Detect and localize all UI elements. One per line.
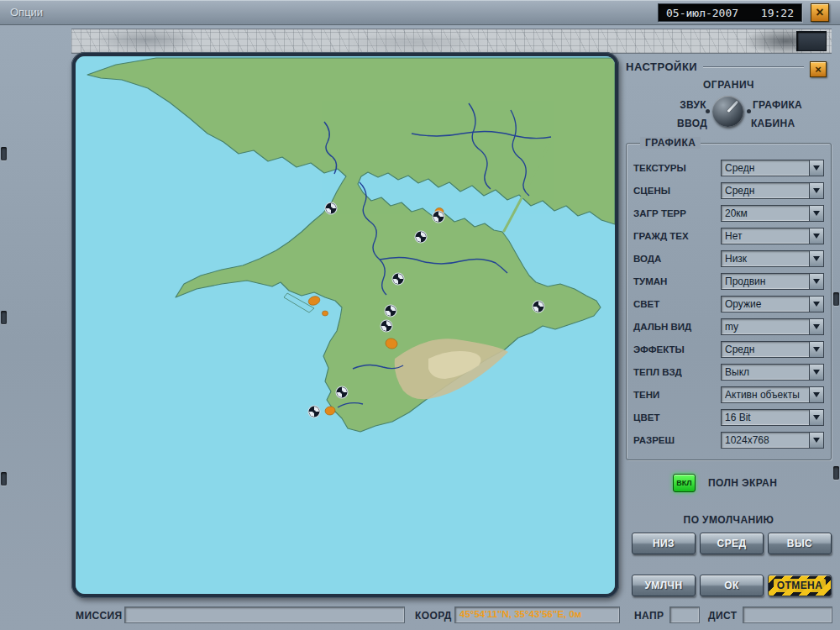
view-distance-dropdown[interactable]: my (721, 318, 824, 335)
graphics-row: СЦЕНЫ Средн (633, 179, 824, 202)
color-depth-dropdown[interactable]: 16 Bit (721, 409, 824, 426)
mission-field (124, 606, 405, 623)
graphics-row: ЦВЕТ 16 Bit (633, 406, 824, 428)
fog-dropdown[interactable]: Продвин (721, 273, 824, 290)
dropdown-arrow-button[interactable] (809, 410, 823, 425)
dropdown-arrow-button[interactable] (809, 365, 823, 380)
panel-clip (1, 311, 7, 324)
chevron-down-icon (813, 211, 820, 216)
airfield-marker[interactable] (381, 320, 392, 332)
distance-field (743, 606, 832, 623)
terrain-load-dropdown[interactable]: 20км (721, 205, 824, 222)
airfield-marker[interactable] (392, 273, 404, 285)
knob-label-sound[interactable]: ЗВУК (626, 99, 706, 111)
settings-header: НАСТРОЙКИ (626, 60, 804, 73)
ok-button[interactable]: ОК (700, 575, 764, 596)
dropdown-arrow-button[interactable] (809, 183, 823, 198)
settings-close-button[interactable]: × (810, 61, 827, 77)
distance-label: ДИСТ (708, 610, 737, 622)
groupbox-legend: ГРАФИКА (640, 137, 701, 149)
dropdown-value: 1024x768 (722, 433, 809, 448)
dropdown-arrow-button[interactable] (809, 387, 823, 402)
defaults-high-button[interactable]: ВЫС (768, 533, 832, 554)
defaults-label: ПО УМОЛЧАНИЮ (626, 514, 832, 526)
knob-title: ОГРАНИЧ (626, 79, 832, 91)
airfield-marker[interactable] (533, 301, 544, 312)
dropdown-arrow-button[interactable] (809, 342, 823, 357)
dropdown-value: Активн объекты (722, 387, 809, 402)
row-label: ТЕНИ (633, 390, 721, 400)
graphics-row: ТЕПЛ ВЗД Выкл (633, 360, 824, 383)
row-label: СВЕТ (633, 299, 721, 309)
dropdown-arrow-button[interactable] (809, 206, 823, 221)
heading-label: НАПР (634, 610, 664, 622)
settings-title: НАСТРОЙКИ (626, 60, 697, 73)
scenes-dropdown[interactable]: Средн (721, 182, 824, 199)
dropdown-value: Нет (722, 228, 809, 244)
date-time-display: 05-июл-2007 19:22 (658, 3, 802, 22)
row-label: ЭФФЕКТЫ (633, 344, 721, 354)
defaults-low-button[interactable]: НИЗ (632, 533, 696, 554)
graphics-row: ВОДА Низк (633, 247, 824, 270)
dropdown-arrow-button[interactable] (809, 251, 823, 266)
resolution-dropdown[interactable]: 1024x768 (721, 432, 824, 449)
lights-dropdown[interactable]: Оружие (721, 296, 824, 312)
heat-haze-dropdown[interactable]: Выкл (721, 364, 824, 381)
dropdown-arrow-button[interactable] (809, 297, 823, 312)
status-bar: МИССИЯ КООРД 45°54'11"N, 35°43'56"E, 0м … (0, 601, 840, 630)
airfield-marker[interactable] (433, 211, 444, 223)
category-knob[interactable] (712, 96, 743, 127)
row-label: ТЕКСТУРЫ (633, 163, 721, 173)
shadows-dropdown[interactable]: Активн объекты (721, 386, 824, 403)
header-rule (703, 66, 804, 68)
knob-label-cockpit[interactable]: КАБИНА (751, 118, 795, 129)
dropdown-arrow-button[interactable] (809, 433, 823, 448)
airfield-marker[interactable] (325, 202, 337, 214)
cancel-button[interactable]: ОТМЕНА (768, 575, 832, 596)
chevron-down-icon (813, 165, 820, 171)
civilian-traffic-dropdown[interactable]: Нет (721, 228, 824, 244)
dropdown-arrow-button[interactable] (809, 160, 823, 176)
knob-pointer-icon (727, 100, 738, 112)
fullscreen-label: ПОЛН ЭКРАН (708, 477, 777, 489)
row-label: ЦВЕТ (633, 412, 721, 423)
graphics-row: ЗАГР ТЕРР 20км (633, 202, 824, 224)
defaults-button[interactable]: УМЛЧН (632, 575, 696, 596)
time-value: 19:22 (761, 7, 794, 19)
row-label: ЗАГР ТЕРР (633, 208, 721, 218)
dropdown-value: my (722, 319, 809, 334)
knob-label-graphics[interactable]: ГРАФИКА (753, 99, 802, 111)
fullscreen-toggle[interactable]: ВКЛ (673, 474, 696, 492)
map-view[interactable] (76, 56, 615, 594)
chevron-down-icon (813, 188, 820, 193)
title-bar: Опции 05-июл-2007 19:22 × (0, 0, 840, 25)
textures-dropdown[interactable]: Средн (721, 160, 824, 176)
dropdown-arrow-button[interactable] (809, 274, 823, 289)
coord-value: 45°54'11"N, 35°43'56"E, 0м (454, 606, 620, 623)
dropdown-value: Низк (722, 251, 809, 266)
airfield-marker[interactable] (385, 305, 396, 317)
close-icon: × (816, 6, 823, 19)
chevron-down-icon (813, 370, 820, 375)
defaults-medium-button[interactable]: СРЕД (700, 533, 764, 554)
window-title: Опции (10, 6, 43, 18)
airfield-marker[interactable] (336, 386, 348, 398)
chevron-down-icon (813, 302, 820, 307)
graphics-row: ДАЛЬН ВИД my (633, 315, 824, 338)
dropdown-value: 16 Bit (722, 410, 809, 425)
airfield-marker[interactable] (415, 231, 427, 243)
effects-dropdown[interactable]: Средн (721, 341, 824, 358)
heading-field (669, 606, 700, 623)
water-dropdown[interactable]: Низк (721, 250, 824, 267)
graphics-row: ГРАЖД ТЕХ Нет (633, 224, 824, 247)
airfield-marker[interactable] (308, 406, 320, 417)
knob-label-input[interactable]: ВВОД (626, 118, 707, 129)
chevron-down-icon (813, 256, 820, 261)
row-label: РАЗРЕШ (633, 435, 721, 445)
window-close-button[interactable]: × (811, 3, 829, 22)
dropdown-arrow-button[interactable] (809, 319, 823, 334)
chevron-down-icon (813, 415, 820, 420)
chevron-down-icon (813, 234, 820, 239)
panel-clip (1, 472, 7, 486)
dropdown-arrow-button[interactable] (809, 228, 823, 244)
